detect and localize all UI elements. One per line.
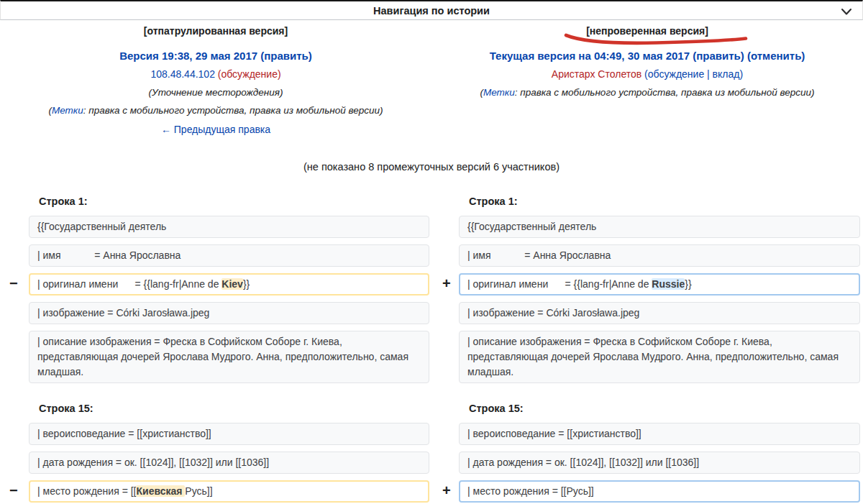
diff-cell: +| место рождения = [[Русь]]	[432, 480, 863, 504]
diff-row-context: {{Государственный деятель	[459, 216, 860, 238]
diff-cell: | дата рождения = ок. [[1024]], [[1032]]…	[432, 452, 863, 480]
old-version-tags-link[interactable]: Метки	[52, 105, 83, 116]
diff-row-deleted: | место рождения = [[Киевская Русь]]	[29, 480, 429, 503]
old-version-user-link[interactable]: 108.48.44.102	[150, 68, 215, 80]
diff-section-label-cell: Строка 15:	[432, 390, 863, 423]
diff-version-headers: [отпатрулированная версия] Версия 19:38,…	[0, 20, 863, 142]
diff-row: {{Государственный деятель	[459, 216, 860, 238]
plus-marker-icon: +	[442, 481, 451, 500]
new-version-tags-line: (Метки: правка с мобильного устройства, …	[432, 86, 863, 98]
history-navigation-bar[interactable]: Навигация по истории	[0, 0, 863, 20]
diff-section-label-cell: Строка 15:	[0, 390, 432, 423]
diff-cell: | описание изображения = Фреска в Софийс…	[432, 331, 863, 390]
new-version-tags-text: : правка с мобильного устройства, правка…	[515, 87, 815, 98]
new-version-edit-link[interactable]: (править)	[693, 50, 744, 62]
diff-row: | имя = Анна Ярославна	[29, 244, 429, 267]
diff-cell: −| место рождения = [[Киевская Русь]]	[0, 480, 432, 504]
old-version-tags-line: (Метки: правка с мобильного устройства, …	[0, 104, 432, 116]
old-version-header: [отпатрулированная версия] Версия 19:38,…	[0, 25, 432, 142]
diff-row: | описание изображения = Фреска в Софийс…	[459, 331, 860, 383]
diff-row-deleted: | оригинал имени = {{lang-fr|Anne de Kie…	[29, 273, 429, 295]
diff-section-label: Строка 15:	[469, 403, 860, 414]
diff-row: | описание изображения = Фреска в Софийс…	[29, 331, 429, 383]
diff-cell: | имя = Анна Ярославна	[432, 244, 863, 273]
deleted-word-highlight: Киевская	[136, 485, 185, 497]
diff-row: | изображение = Córki Jarosława.jpeg	[459, 302, 860, 324]
diff-row: | вероисповедание = [[христианство]]	[29, 423, 429, 445]
deleted-word-highlight: Kiev	[222, 278, 243, 290]
minus-marker-icon: −	[9, 274, 18, 293]
new-version-header: [непроверенная версия] Текущая версия на…	[432, 25, 863, 142]
new-version-status-text: [непроверенная версия]	[586, 25, 708, 37]
diff-row: | дата рождения = ок. [[1024]], [[1032]]…	[459, 452, 860, 474]
diff-cell: {{Государственный деятель	[432, 216, 863, 244]
old-version-talk-link[interactable]: (обсуждение)	[218, 68, 281, 80]
added-word-highlight: Russie	[652, 278, 685, 290]
diff-table: Строка 1:Строка 1:{{Государственный деят…	[0, 183, 863, 504]
diff-row-context: | изображение = Córki Jarosława.jpeg	[29, 302, 429, 324]
diff-row: | вероисповедание = [[христианство]]	[459, 423, 860, 445]
diff-row-context: | изображение = Córki Jarosława.jpeg	[459, 302, 860, 324]
diff-row-context: {{Государственный деятель	[29, 216, 429, 238]
old-version-tags-text: : правка с мобильного устройства, правка…	[83, 105, 383, 116]
new-version-link[interactable]: Текущая версия на 04:49, 30 мая 2017	[490, 50, 690, 62]
diff-row: | дата рождения = ок. [[1024]], [[1032]]…	[29, 452, 429, 474]
old-version-link[interactable]: Версия 19:38, 29 мая 2017	[119, 50, 257, 62]
new-version-tags-link[interactable]: Метки	[483, 87, 515, 98]
diff-row-context: | описание изображения = Фреска в Софийс…	[29, 331, 429, 383]
diff-cell: | вероисповедание = [[христианство]]	[0, 423, 432, 452]
diff-row: +| место рождения = [[Русь]]	[459, 480, 860, 503]
chevron-down-icon[interactable]	[840, 5, 853, 18]
diff-row-context: | имя = Анна Ярославна	[29, 244, 429, 267]
diff-row-context: | дата рождения = ок. [[1024]], [[1032]]…	[29, 452, 429, 474]
diff-cell: | изображение = Córki Jarosława.jpeg	[432, 302, 863, 331]
diff-row-context: | вероисповедание = [[христианство]]	[459, 423, 860, 445]
diff-row: | изображение = Córki Jarosława.jpeg	[29, 302, 429, 324]
diff-row: −| место рождения = [[Киевская Русь]]	[29, 480, 429, 503]
new-version-user-link[interactable]: Аристарх Столетов	[552, 68, 641, 80]
diff-cell: | имя = Анна Ярославна	[0, 244, 432, 273]
minus-marker-icon: −	[9, 481, 18, 500]
old-version-edit-link[interactable]: (править)	[260, 50, 312, 62]
diff-row-context: | вероисповедание = [[христианство]]	[29, 423, 429, 445]
hidden-revisions-note: (не показано 8 промежуточных версий 6 уч…	[0, 161, 863, 173]
new-version-undo-link[interactable]: (отменить)	[747, 50, 805, 62]
diff-row-context: | дата рождения = ок. [[1024]], [[1032]]…	[459, 452, 860, 474]
diff-row: {{Государственный деятель	[29, 216, 429, 238]
diff-section-label: Строка 1:	[469, 196, 860, 207]
diff-cell: {{Государственный деятель	[0, 216, 432, 244]
old-version-edit-summary: (Уточнение месторождения)	[0, 86, 432, 98]
diff-row: −| оригинал имени = {{lang-fr|Anne de Ki…	[29, 273, 429, 295]
diff-cell: | изображение = Córki Jarosława.jpeg	[0, 302, 432, 331]
diff-row-added: | оригинал имени = {{lang-fr|Anne de Rus…	[459, 273, 860, 295]
diff-section-label: Строка 1:	[39, 196, 429, 207]
diff-section-label-cell: Строка 1:	[0, 183, 432, 216]
diff-row: | имя = Анна Ярославна	[459, 244, 860, 267]
diff-row-added: | место рождения = [[Русь]]	[459, 480, 860, 503]
diff-section-label: Строка 15:	[39, 403, 429, 414]
diff-cell: | вероисповедание = [[христианство]]	[432, 423, 863, 452]
previous-edit-link[interactable]: ← Предыдущая правка	[161, 124, 270, 135]
old-version-status: [отпатрулированная версия]	[144, 25, 288, 37]
diff-cell: | описание изображения = Фреска в Софийс…	[0, 331, 432, 390]
diff-cell: −| оригинал имени = {{lang-fr|Anne de Ki…	[0, 273, 432, 302]
diff-row-context: | имя = Анна Ярославна	[459, 244, 860, 267]
diff-section-label-cell: Строка 1:	[432, 183, 863, 216]
diff-cell: +| оригинал имени = {{lang-fr|Anne de Ru…	[432, 273, 863, 302]
diff-row: +| оригинал имени = {{lang-fr|Anne de Ru…	[459, 273, 860, 295]
history-navigation-title: Навигация по истории	[373, 5, 490, 17]
plus-marker-icon: +	[442, 274, 451, 293]
new-version-user-meta-links[interactable]: (обсуждение | вклад)	[644, 68, 743, 80]
new-version-status: [непроверенная версия]	[586, 25, 708, 37]
diff-cell: | дата рождения = ок. [[1024]], [[1032]]…	[0, 452, 432, 480]
diff-row-context: | описание изображения = Фреска в Софийс…	[459, 331, 860, 383]
